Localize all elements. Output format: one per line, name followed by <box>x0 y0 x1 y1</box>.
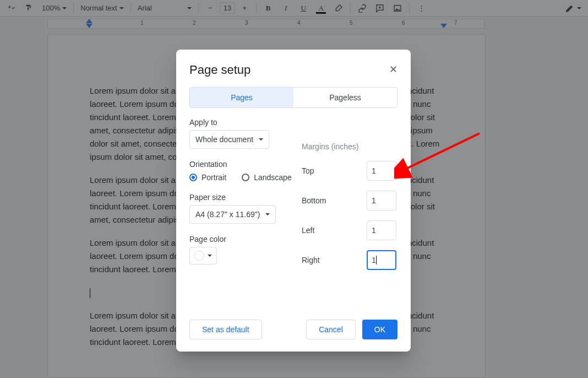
margin-left-input[interactable]: 1 <box>367 220 396 240</box>
color-chip-icon <box>194 251 204 261</box>
close-button[interactable]: ✕ <box>388 64 399 75</box>
tab-pageless[interactable]: Pageless <box>293 88 397 107</box>
paper-size-value: A4 (8.27" x 11.69") <box>195 210 260 219</box>
tab-pages[interactable]: Pages <box>190 88 293 107</box>
tabbar: Pages Pageless <box>189 87 398 108</box>
page-color-dropdown[interactable] <box>189 247 217 264</box>
paper-size-dropdown[interactable]: A4 (8.27" x 11.69") <box>189 205 276 224</box>
margin-top-label: Top <box>302 166 314 175</box>
margin-top-input[interactable]: 1 <box>367 161 396 181</box>
ok-button[interactable]: OK <box>362 320 398 339</box>
margin-left-label: Left <box>302 226 314 235</box>
caret-icon <box>259 138 263 141</box>
apply-to-value: Whole document <box>195 135 253 144</box>
cancel-button[interactable]: Cancel <box>306 320 356 339</box>
radio-label: Portrait <box>202 173 226 182</box>
page-setup-dialog: Page setup ✕ Pages Pageless Apply to Who… <box>176 50 411 352</box>
text-cursor <box>376 256 377 264</box>
dialog-title: Page setup <box>189 63 398 77</box>
set-default-button[interactable]: Set as default <box>189 320 262 339</box>
radio-icon <box>242 174 249 181</box>
caret-icon <box>208 255 212 257</box>
apply-to-label: Apply to <box>189 118 398 127</box>
apply-to-dropdown[interactable]: Whole document <box>189 130 269 149</box>
margins-heading: Margins (inches) <box>302 142 396 151</box>
caret-icon <box>265 213 270 215</box>
radio-icon <box>189 174 197 181</box>
margin-bottom-label: Bottom <box>302 196 326 205</box>
margin-right-input[interactable]: 1 <box>367 250 396 270</box>
radio-portrait[interactable]: Portrait <box>189 173 226 182</box>
radio-landscape[interactable]: Landscape <box>242 173 292 182</box>
margin-bottom-input[interactable]: 1 <box>367 191 396 210</box>
close-icon: ✕ <box>389 63 398 75</box>
radio-label: Landscape <box>254 173 292 182</box>
margin-right-label: Right <box>302 256 320 264</box>
